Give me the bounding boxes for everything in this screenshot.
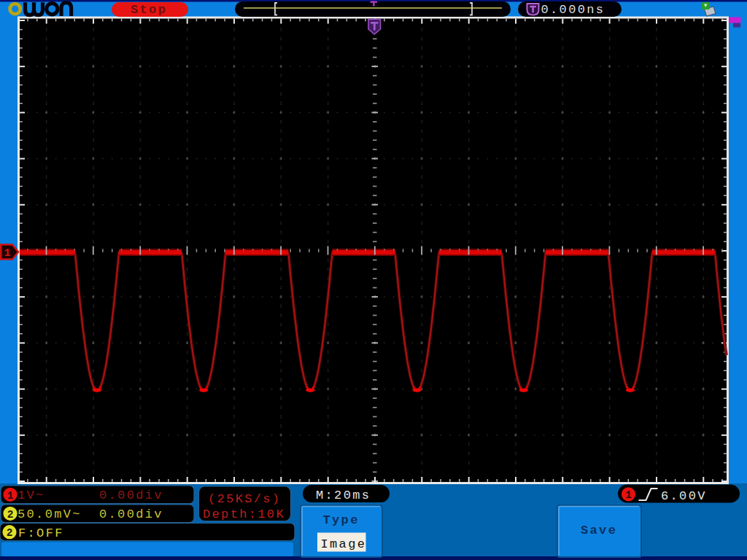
svg-text:1: 1 — [7, 490, 14, 502]
svg-text:1: 1 — [625, 489, 632, 501]
svg-text:0.000ns: 0.000ns — [541, 3, 605, 17]
svg-text:(25KS/s): (25KS/s) — [208, 492, 281, 506]
svg-text:2: 2 — [7, 527, 13, 539]
svg-text:Image: Image — [321, 537, 367, 551]
svg-text:Type: Type — [323, 513, 360, 527]
svg-text:Stop: Stop — [131, 3, 167, 17]
svg-text:1: 1 — [4, 247, 11, 260]
svg-text:6.00V: 6.00V — [661, 489, 707, 503]
svg-text:2: 2 — [7, 509, 14, 521]
svg-text:0.00div: 0.00div — [99, 489, 163, 502]
svg-text:50.0mV~: 50.0mV~ — [18, 508, 82, 521]
svg-text:F:OFF: F:OFF — [18, 526, 64, 540]
svg-text:Depth:10K: Depth:10K — [203, 508, 285, 521]
svg-text:M:20ms: M:20ms — [316, 489, 371, 502]
svg-text:Save: Save — [581, 524, 617, 537]
svg-text:1V~: 1V~ — [18, 489, 45, 502]
svg-text:0.00div: 0.00div — [99, 508, 163, 521]
